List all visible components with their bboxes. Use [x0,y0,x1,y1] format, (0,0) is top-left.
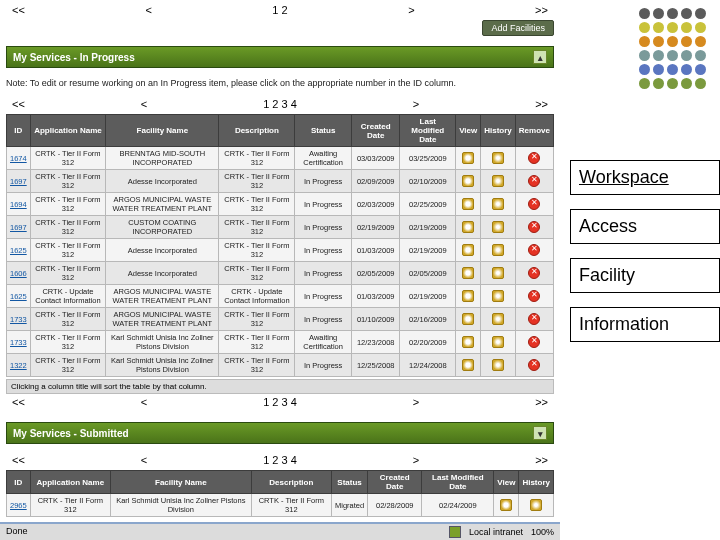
collapse-icon[interactable]: ▴ [533,50,547,64]
pager-pages[interactable]: 1 2 3 4 [257,454,303,466]
cell-view[interactable] [494,494,519,517]
cell-history[interactable] [481,262,516,285]
cell-view[interactable] [456,308,481,331]
pager-first[interactable]: << [6,4,31,16]
cell-history[interactable] [481,170,516,193]
col-desc[interactable]: Description [219,115,295,147]
view-icon[interactable] [462,244,474,256]
cell-remove[interactable] [515,239,553,262]
cell-remove[interactable] [515,308,553,331]
status-zoom[interactable]: 100% [531,527,554,537]
pager-prev[interactable]: < [139,4,157,16]
history-icon[interactable] [492,198,504,210]
col-modified[interactable]: Last Modified Date [400,115,456,147]
pager-pages[interactable]: 1 2 3 4 [257,98,303,110]
cell-history[interactable] [519,494,554,517]
col-modified[interactable]: Last Modified Date [422,471,494,494]
history-icon[interactable] [492,152,504,164]
view-icon[interactable] [462,359,474,371]
col-app[interactable]: Application Name [30,471,110,494]
view-icon[interactable] [462,221,474,233]
cell-id-link[interactable]: 1322 [7,354,31,377]
cell-id-link[interactable]: 1625 [7,239,31,262]
cell-history[interactable] [481,147,516,170]
remove-icon[interactable] [528,244,540,256]
cell-id-link[interactable]: 1697 [7,216,31,239]
history-icon[interactable] [492,290,504,302]
pager-next[interactable]: > [407,396,425,408]
remove-icon[interactable] [528,152,540,164]
col-app[interactable]: Application Name [30,115,106,147]
history-icon[interactable] [492,175,504,187]
view-icon[interactable] [500,499,512,511]
pager-pages[interactable]: 1 2 3 4 [257,396,303,408]
view-icon[interactable] [462,313,474,325]
remove-icon[interactable] [528,336,540,348]
cell-remove[interactable] [515,354,553,377]
cell-history[interactable] [481,239,516,262]
cell-remove[interactable] [515,216,553,239]
cell-id-link[interactable]: 2965 [7,494,31,517]
pager-last[interactable]: >> [529,4,554,16]
cell-id-link[interactable]: 1733 [7,308,31,331]
view-icon[interactable] [462,198,474,210]
cell-history[interactable] [481,216,516,239]
view-icon[interactable] [462,152,474,164]
cell-id-link[interactable]: 1697 [7,170,31,193]
cell-id-link[interactable]: 1625 [7,285,31,308]
col-id[interactable]: ID [7,471,31,494]
cell-history[interactable] [481,193,516,216]
col-created[interactable]: Created Date [351,115,399,147]
col-status[interactable]: Status [295,115,352,147]
cell-id-link[interactable]: 1674 [7,147,31,170]
remove-icon[interactable] [528,221,540,233]
pager-first[interactable]: << [6,454,31,466]
cell-view[interactable] [456,239,481,262]
cell-history[interactable] [481,331,516,354]
remove-icon[interactable] [528,267,540,279]
view-icon[interactable] [462,267,474,279]
cell-view[interactable] [456,170,481,193]
view-icon[interactable] [462,290,474,302]
pager-last[interactable]: >> [529,98,554,110]
history-icon[interactable] [492,267,504,279]
cell-remove[interactable] [515,147,553,170]
cell-view[interactable] [456,285,481,308]
col-created[interactable]: Created Date [368,471,422,494]
pager-prev[interactable]: < [135,98,153,110]
history-icon[interactable] [492,313,504,325]
cell-view[interactable] [456,354,481,377]
cell-view[interactable] [456,216,481,239]
pager-next[interactable]: > [402,4,420,16]
expand-icon[interactable]: ▾ [533,426,547,440]
remove-icon[interactable] [528,359,540,371]
pager-prev[interactable]: < [135,454,153,466]
view-icon[interactable] [462,336,474,348]
cell-view[interactable] [456,193,481,216]
section-in-progress-header[interactable]: My Services - In Progress ▴ [6,46,554,68]
pager-last[interactable]: >> [529,396,554,408]
cell-remove[interactable] [515,193,553,216]
history-icon[interactable] [492,221,504,233]
cell-view[interactable] [456,262,481,285]
pager-first[interactable]: << [6,98,31,110]
remove-icon[interactable] [528,313,540,325]
cell-history[interactable] [481,285,516,308]
remove-icon[interactable] [528,175,540,187]
cell-id-link[interactable]: 1606 [7,262,31,285]
col-fac[interactable]: Facility Name [110,471,251,494]
pager-first[interactable]: << [6,396,31,408]
cell-view[interactable] [456,331,481,354]
col-id[interactable]: ID [7,115,31,147]
pager-pages[interactable]: 1 2 [266,4,293,16]
cell-remove[interactable] [515,170,553,193]
view-icon[interactable] [462,175,474,187]
cell-view[interactable] [456,147,481,170]
cell-id-link[interactable]: 1694 [7,193,31,216]
add-facilities-button[interactable]: Add Facilities [482,20,554,36]
col-status[interactable]: Status [331,471,367,494]
col-fac[interactable]: Facility Name [106,115,219,147]
cell-remove[interactable] [515,331,553,354]
history-icon[interactable] [492,336,504,348]
remove-icon[interactable] [528,290,540,302]
